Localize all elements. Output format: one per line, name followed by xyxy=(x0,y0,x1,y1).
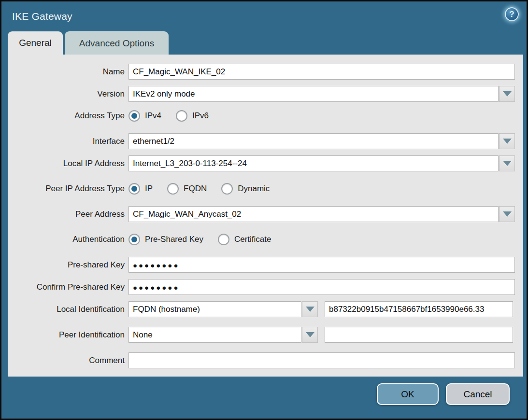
radio-ipv6-circle xyxy=(176,110,187,122)
radio-ipv4-label: IPv4 xyxy=(145,111,161,121)
chevron-down-icon xyxy=(306,332,314,337)
ok-button[interactable]: OK xyxy=(377,383,439,405)
peer-ip-type-label: Peer IP Address Type xyxy=(8,184,128,194)
row-authentication: Authentication Pre-Shared Key Certificat… xyxy=(8,232,523,247)
version-label: Version xyxy=(8,89,128,99)
dialog-footer: OK Cancel xyxy=(1,377,527,405)
local-identification-input[interactable]: b87322b0915b47158667bf1653990e66.33 xyxy=(325,301,513,317)
row-comment: Comment xyxy=(8,352,523,368)
radio-fqdn-label: FQDN xyxy=(184,184,207,194)
radio-dynamic[interactable]: Dynamic xyxy=(221,183,270,195)
row-interface: Interface ethernet1/2 xyxy=(8,133,523,149)
ike-gateway-dialog: IKE Gateway ? General Advanced Options N… xyxy=(0,0,528,420)
peer-address-label: Peer Address xyxy=(8,210,128,219)
chevron-down-icon xyxy=(503,211,512,217)
comment-label: Comment xyxy=(8,356,128,365)
row-address-type: Address Type IPv4 IPv6 xyxy=(8,108,523,124)
chevron-down-icon xyxy=(503,139,512,144)
interface-dropdown-button[interactable] xyxy=(499,133,515,149)
peer-identification-type-button[interactable] xyxy=(302,327,318,343)
radio-ipv6-label: IPv6 xyxy=(192,111,209,121)
local-identification-label: Local Identification xyxy=(8,305,128,314)
radio-dynamic-circle xyxy=(221,183,233,195)
radio-ipv4-circle xyxy=(128,110,140,122)
chevron-down-icon xyxy=(503,161,512,166)
tab-bar: General Advanced Options xyxy=(1,31,527,55)
peer-address-dropdown-button[interactable] xyxy=(499,206,515,222)
interface-label: Interface xyxy=(8,137,128,146)
radio-dynamic-label: Dynamic xyxy=(238,184,270,194)
peer-identification-type-value[interactable]: None xyxy=(128,327,301,343)
peer-identification-label: Peer Identification xyxy=(8,330,128,340)
chevron-down-icon xyxy=(306,307,314,312)
radio-pre-shared-key-label: Pre-Shared Key xyxy=(145,235,203,244)
version-dropdown-value[interactable]: IKEv2 only mode xyxy=(128,86,499,102)
row-local-identification: Local Identification FQDN (hostname) b87… xyxy=(8,301,523,317)
row-local-ip: Local IP Address Internet_L3_203-0-113-2… xyxy=(8,155,523,171)
peer-address-dropdown[interactable]: CF_Magic_WAN_Anycast_02 xyxy=(128,206,515,222)
tab-general[interactable]: General xyxy=(8,31,63,55)
radio-fqdn[interactable]: FQDN xyxy=(167,183,207,195)
tab-advanced-options-label: Advanced Options xyxy=(79,38,154,49)
peer-identification-input[interactable] xyxy=(325,327,513,343)
radio-pre-shared-key[interactable]: Pre-Shared Key xyxy=(128,234,203,245)
radio-ip[interactable]: IP xyxy=(128,183,153,195)
interface-dropdown-value[interactable]: ethernet1/2 xyxy=(128,133,499,149)
row-peer-address: Peer Address CF_Magic_WAN_Anycast_02 xyxy=(8,206,523,222)
version-dropdown[interactable]: IKEv2 only mode xyxy=(128,86,515,102)
help-icon[interactable]: ? xyxy=(505,7,519,21)
local-ip-label: Local IP Address xyxy=(8,159,128,168)
local-ip-dropdown-button[interactable] xyxy=(499,155,515,171)
radio-certificate-label: Certificate xyxy=(234,235,271,244)
confirm-psk-label: Confirm Pre-shared Key xyxy=(8,282,128,292)
radio-certificate[interactable]: Certificate xyxy=(218,234,271,245)
psk-label: Pre-shared Key xyxy=(8,260,128,270)
name-label: Name xyxy=(8,67,128,77)
peer-identification-type-dropdown[interactable]: None xyxy=(128,327,318,343)
radio-ip-label: IP xyxy=(145,184,153,194)
row-confirm-psk: Confirm Pre-shared Key ●●●●●●●● xyxy=(8,279,523,295)
confirm-psk-input[interactable]: ●●●●●●●● xyxy=(128,279,515,295)
tab-general-label: General xyxy=(19,38,52,48)
chevron-down-icon xyxy=(503,91,512,97)
row-peer-identification: Peer Identification None xyxy=(8,327,523,343)
row-name: Name CF_Magic_WAN_IKE_02 xyxy=(8,64,523,80)
row-psk: Pre-shared Key ●●●●●●●● xyxy=(8,257,523,273)
row-peer-ip-type: Peer IP Address Type IP FQDN Dynamic xyxy=(8,181,523,196)
radio-fqdn-circle xyxy=(167,183,179,195)
local-identification-type-value[interactable]: FQDN (hostname) xyxy=(128,301,301,317)
comment-input[interactable] xyxy=(128,352,515,368)
local-ip-dropdown-value[interactable]: Internet_L3_203-0-113-254--24 xyxy=(128,155,499,171)
local-ip-dropdown[interactable]: Internet_L3_203-0-113-254--24 xyxy=(128,155,515,171)
titlebar: IKE Gateway xyxy=(1,1,527,31)
general-tab-panel: Name CF_Magic_WAN_IKE_02 Version IKEv2 o… xyxy=(8,55,523,377)
radio-pre-shared-key-circle xyxy=(128,234,140,245)
version-dropdown-button[interactable] xyxy=(499,86,515,102)
radio-ipv6[interactable]: IPv6 xyxy=(176,110,209,122)
address-type-label: Address Type xyxy=(8,111,128,121)
psk-input[interactable]: ●●●●●●●● xyxy=(128,257,515,273)
local-identification-type-dropdown[interactable]: FQDN (hostname) xyxy=(128,301,318,317)
dialog-title: IKE Gateway xyxy=(12,11,72,22)
interface-dropdown[interactable]: ethernet1/2 xyxy=(128,133,515,149)
row-version: Version IKEv2 only mode xyxy=(8,86,523,102)
name-input[interactable]: CF_Magic_WAN_IKE_02 xyxy=(128,64,515,80)
tab-advanced-options[interactable]: Advanced Options xyxy=(65,31,169,55)
radio-certificate-circle xyxy=(218,234,229,245)
radio-ip-circle xyxy=(128,183,140,195)
authentication-label: Authentication xyxy=(8,235,128,244)
cancel-button[interactable]: Cancel xyxy=(446,383,510,405)
local-identification-type-button[interactable] xyxy=(302,301,318,317)
radio-ipv4[interactable]: IPv4 xyxy=(128,110,161,122)
peer-address-dropdown-value[interactable]: CF_Magic_WAN_Anycast_02 xyxy=(128,206,499,222)
